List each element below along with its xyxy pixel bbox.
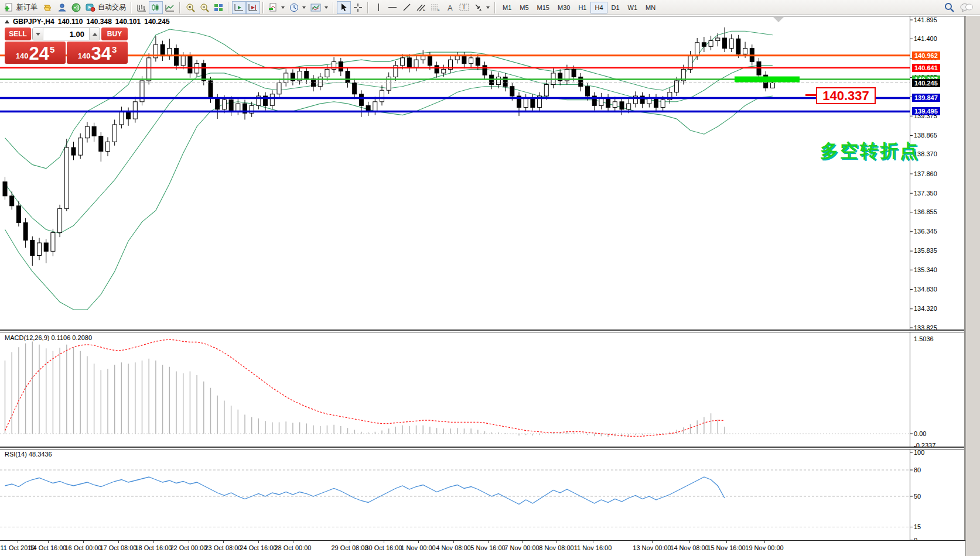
- candle-up: [147, 58, 151, 81]
- sell-price-pip: 5: [50, 44, 54, 54]
- zoom-out-icon: [200, 3, 209, 12]
- price-line-label: 140.962: [912, 52, 940, 60]
- chart-shift-button[interactable]: [246, 1, 260, 14]
- timeframe-button-mn[interactable]: MN: [641, 2, 660, 13]
- zoom-out-button[interactable]: [197, 1, 211, 14]
- chat-icon[interactable]: [960, 3, 973, 12]
- sell-button[interactable]: SELL: [5, 28, 31, 40]
- candle-down: [339, 61, 343, 71]
- collapse-panel-icon[interactable]: [5, 20, 9, 23]
- templates-button[interactable]: [308, 1, 330, 14]
- text-button[interactable]: A: [443, 1, 457, 14]
- svg-text:F: F: [438, 8, 440, 12]
- timeframe-button-d1[interactable]: D1: [607, 2, 624, 13]
- periods-button[interactable]: [287, 1, 308, 14]
- candle-down: [654, 98, 658, 107]
- vertical-line-button[interactable]: [371, 1, 385, 14]
- profile-button[interactable]: [55, 1, 69, 14]
- gold-bar-icon: [42, 4, 53, 12]
- time-axis-label: 13 Nov 00:00: [633, 544, 671, 551]
- price-tick-label: 135.340: [914, 266, 937, 273]
- candle-up: [51, 232, 55, 251]
- turning-point-annotation[interactable]: 多空转折点: [820, 139, 920, 163]
- candle-up: [85, 126, 89, 138]
- dropdown-arrow-icon: [325, 6, 328, 9]
- buy-button[interactable]: BUY: [101, 28, 128, 40]
- toolbar-separator: [262, 2, 265, 13]
- tile-windows-button[interactable]: [211, 1, 226, 14]
- price-tick-label: 137.350: [914, 190, 937, 197]
- time-tick: [593, 541, 593, 543]
- time-axis-label: 19 Nov 00:00: [745, 544, 783, 551]
- candle-up: [270, 94, 274, 106]
- price-tick-label: 138.865: [914, 132, 937, 139]
- rsi-line: [5, 477, 725, 504]
- candle-down: [16, 206, 21, 223]
- candle-down: [71, 147, 76, 155]
- dropdown-arrow-icon: [486, 6, 490, 9]
- volume-increase-button[interactable]: [89, 28, 100, 40]
- candle-up: [37, 243, 42, 256]
- horizontal-line-button[interactable]: [385, 1, 399, 14]
- sell-price-button[interactable]: 140 24 5: [5, 42, 66, 64]
- volume-input[interactable]: 1.00: [43, 28, 89, 40]
- increase-arrow-icon: [93, 33, 97, 36]
- trendline-icon: [402, 3, 411, 12]
- indicators-button[interactable]: [267, 1, 287, 14]
- svg-text:A: A: [448, 4, 453, 12]
- cursor-button[interactable]: [337, 1, 351, 14]
- zoom-in-button[interactable]: [183, 1, 197, 14]
- crosshair-button[interactable]: [351, 1, 365, 14]
- volume-decrease-button[interactable]: [33, 28, 43, 40]
- equidistant-channel-button[interactable]: E: [414, 1, 428, 14]
- highlight-zone-bar: [735, 77, 800, 83]
- arrows-icon: [474, 3, 483, 12]
- sell-price-prefix: 140: [16, 52, 29, 60]
- deposit-button[interactable]: [40, 1, 55, 14]
- time-axis-label: 15 Nov 16:00: [707, 544, 745, 551]
- time-axis-label: 24 Oct 16:00: [240, 544, 277, 551]
- price-axis[interactable]: 141.895141.400140.890140.385139.880139.3…: [910, 16, 965, 556]
- candle-up: [119, 111, 124, 125]
- candle-down: [359, 94, 363, 106]
- panel-separator[interactable]: [0, 447, 964, 449]
- new-order-button[interactable]: 新订单: [2, 1, 40, 14]
- candlestick-chart-button[interactable]: [149, 1, 163, 14]
- auto-scroll-button[interactable]: [232, 1, 246, 14]
- buy-price-button[interactable]: 140 34 3: [67, 42, 128, 64]
- chart-area[interactable]: GBPJPY-,H4 140.110 140.348 140.101 140.2…: [0, 16, 965, 556]
- bar-chart-button[interactable]: [135, 1, 149, 14]
- toolbar: 新订单 自动交易: [0, 0, 980, 15]
- timeframe-button-h1[interactable]: H1: [574, 2, 590, 13]
- price-tick-label: 136.855: [914, 208, 937, 215]
- macd-indicator-label: MACD(12,26,9) 0.1106 0.2080: [5, 334, 92, 341]
- autotrade-button[interactable]: 自动交易: [83, 1, 128, 14]
- signals-button[interactable]: [69, 1, 83, 14]
- panel-separator[interactable]: [0, 330, 964, 332]
- timeframe-button-m1[interactable]: M1: [498, 2, 515, 13]
- timeframe-button-w1[interactable]: W1: [624, 2, 642, 13]
- text-label-button[interactable]: T: [457, 1, 472, 14]
- toolbar-separator: [227, 2, 230, 13]
- price-callout-label[interactable]: 140.337: [816, 87, 876, 104]
- time-tick: [189, 541, 189, 543]
- arrows-button[interactable]: [472, 1, 492, 14]
- timeframe-button-m5[interactable]: M5: [515, 2, 532, 13]
- chart-shift-marker-icon[interactable]: [773, 17, 784, 22]
- trendline-button[interactable]: [399, 1, 414, 14]
- fibonacci-button[interactable]: F: [428, 1, 443, 14]
- candle-down: [346, 71, 350, 83]
- autotrade-label: 自动交易: [98, 2, 126, 12]
- timeframe-button-m15[interactable]: M15: [533, 2, 554, 13]
- line-chart-button[interactable]: [163, 1, 177, 14]
- candle-up: [284, 73, 288, 83]
- time-axis[interactable]: 11 Oct 201914 Oct 16:0016 Oct 00:0017 Oc…: [0, 540, 965, 556]
- candle-down: [3, 182, 7, 196]
- timeframe-button-m30[interactable]: M30: [554, 2, 574, 13]
- time-tick: [18, 541, 18, 543]
- time-axis-label: 8 Nov 08:00: [539, 544, 573, 551]
- timeframe-button-h4[interactable]: H4: [590, 2, 607, 13]
- rsi-tick-label: 80: [914, 466, 921, 473]
- candle-down: [188, 56, 192, 73]
- search-icon[interactable]: [944, 2, 954, 12]
